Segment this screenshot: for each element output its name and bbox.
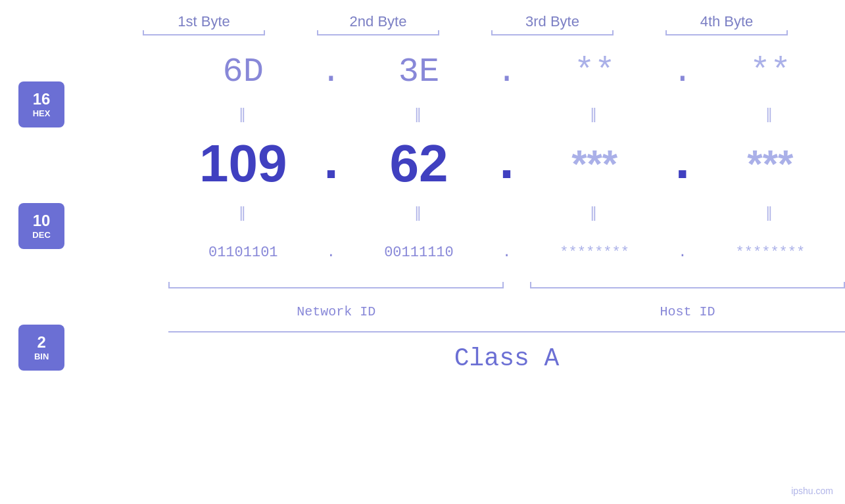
byte1-header: 1st Byte xyxy=(117,13,291,35)
host-bracket-line xyxy=(530,287,845,288)
dec-byte1: 109 xyxy=(168,133,318,194)
main-container: 1st Byte 2nd Byte 3rd Byte 4th Byte 16 H… xyxy=(0,0,845,504)
equals-row-2: ‖ ‖ ‖ ‖ xyxy=(168,200,845,226)
hex-byte4: ** xyxy=(696,53,845,91)
dec-row: 109 . 62 . *** . *** xyxy=(168,127,845,200)
bin-byte3: ******** xyxy=(520,244,669,261)
bin-dot1: . xyxy=(318,244,344,261)
dec-byte3: *** xyxy=(520,141,669,187)
host-id-label: Host ID xyxy=(530,304,845,319)
class-section: Class A xyxy=(168,331,845,373)
hex-byte1: 6D xyxy=(168,53,318,91)
hex-byte3: ** xyxy=(520,53,669,91)
dec-dot2: . xyxy=(494,134,520,194)
hex-dot2: . xyxy=(494,53,520,91)
byte-headers: 1st Byte 2nd Byte 3rd Byte 4th Byte xyxy=(117,13,814,35)
id-labels: Network ID Host ID xyxy=(168,304,845,319)
equals-row-1: ‖ ‖ ‖ ‖ xyxy=(168,101,845,127)
byte4-header: 4th Byte xyxy=(640,13,814,35)
bottom-brackets xyxy=(168,282,845,295)
byte3-header: 3rd Byte xyxy=(466,13,640,35)
bin-dot3: . xyxy=(669,244,696,261)
dec-byte2: 62 xyxy=(344,133,493,194)
dec-byte4: *** xyxy=(696,141,845,187)
hex-row: 6D . 3E . ** . ** xyxy=(168,42,845,101)
bin-row: 01101101 . 00111110 . ******** . xyxy=(168,226,845,279)
bin-byte4: ******** xyxy=(696,244,845,261)
watermark: ipshu.com xyxy=(791,486,833,496)
hex-byte2: 3E xyxy=(344,53,493,91)
bin-byte2: 00111110 xyxy=(344,244,493,261)
bin-byte1: 01101101 xyxy=(168,244,318,261)
hex-dot3: . xyxy=(669,53,696,91)
hex-badge: 16 HEX xyxy=(18,81,64,127)
byte2-header: 2nd Byte xyxy=(291,13,466,35)
dec-badge: 10 DEC xyxy=(18,203,64,249)
bin-dot2: . xyxy=(494,244,520,261)
network-id-label: Network ID xyxy=(168,304,504,319)
hex-dot1: . xyxy=(318,53,344,91)
dec-dot1: . xyxy=(318,134,344,194)
dec-dot3: . xyxy=(669,134,696,194)
bin-badge: 2 BIN xyxy=(18,325,64,371)
data-grid: 6D . 3E . ** . ** xyxy=(168,42,845,373)
network-bracket-line xyxy=(168,287,504,288)
badges-column: 16 HEX 10 DEC 2 BIN xyxy=(0,42,83,371)
